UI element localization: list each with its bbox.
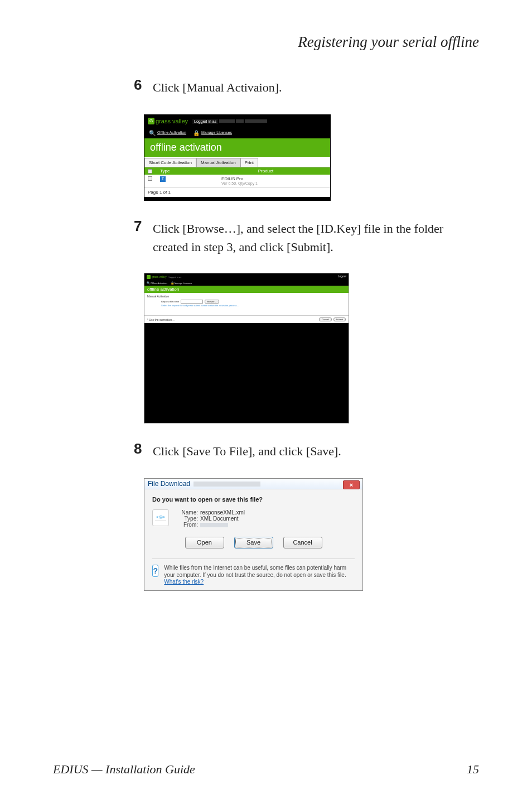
nav-offline-activation[interactable]: 🔍 Offline Activation bbox=[149, 130, 186, 136]
dialog-titlebar: File Download × bbox=[144, 479, 362, 489]
redacted-text bbox=[194, 482, 260, 487]
magnifier-icon: 🔍 bbox=[147, 281, 150, 285]
pagination: Page 1 of 1 bbox=[144, 187, 330, 197]
step-number: 8 bbox=[134, 440, 144, 460]
whats-the-risk-link[interactable]: What's the risk? bbox=[164, 579, 204, 585]
screenshot-offline-activation-list: G grass valley Logged in as 🔍 Offline Ac… bbox=[144, 114, 331, 201]
file-type: XML Document bbox=[200, 516, 239, 522]
tab-print[interactable]: Print bbox=[240, 158, 258, 167]
app-header: G grass valley Logged in as bbox=[144, 115, 330, 127]
app-logo: G grass valley bbox=[148, 118, 188, 124]
form-subtitle: Manual Activation bbox=[147, 295, 346, 298]
cancel-button[interactable]: Cancel bbox=[283, 537, 322, 548]
page-footer: EDIUS — Installation Guide 15 bbox=[53, 762, 479, 777]
redacted-text bbox=[200, 523, 228, 527]
file-meta: Name:responseXML.xml Type:XML Document F… bbox=[175, 509, 245, 528]
cancel-button[interactable]: Cancel bbox=[319, 317, 331, 321]
form-footer: * Use the correction… Cancel Submit bbox=[144, 315, 349, 323]
step-text: Click [Manual Activaion]. bbox=[153, 76, 282, 97]
tab-row: Short Code Activation Manual Activation … bbox=[144, 157, 330, 167]
logged-in-as-label: Logged in as bbox=[192, 119, 218, 124]
close-button[interactable]: × bbox=[343, 480, 360, 489]
file-name: responseXML.xml bbox=[200, 509, 245, 516]
col-checkbox[interactable] bbox=[148, 169, 160, 174]
step-text: Click [Save To File], and click [Save]. bbox=[153, 440, 341, 460]
section-title: Registering your serial offline bbox=[53, 33, 479, 51]
product-name: EDIUS Pro bbox=[221, 176, 327, 181]
screenshot-offline-activation-manual: grass valley Logged in as Logout 🔍 Offli… bbox=[144, 273, 349, 423]
dialog-question: Do you want to open or save this file? bbox=[152, 496, 355, 503]
dialog-warning: ? While files from the Internet can be u… bbox=[152, 559, 355, 586]
step-6: 6 Click [Manual Activaion]. bbox=[134, 76, 479, 97]
nav-manage-label: Manage Licenses bbox=[175, 282, 192, 285]
step-text: Click [Browse…], and select the [ID.Key]… bbox=[153, 218, 479, 256]
redacted-text bbox=[219, 119, 235, 123]
footer-doc-title: EDIUS — Installation Guide bbox=[53, 762, 195, 777]
redacted-text bbox=[245, 119, 267, 123]
logout-link[interactable]: Logout bbox=[338, 275, 346, 278]
row-product: EDIUS Pro Ver 6.50, Qty/Copy 1 bbox=[205, 176, 327, 185]
magnifier-icon: 🔍 bbox=[149, 130, 156, 136]
page-banner: offline activation bbox=[144, 286, 349, 293]
col-type: Type bbox=[160, 169, 205, 174]
row-checkbox[interactable] bbox=[148, 176, 160, 185]
name-label: Name: bbox=[175, 509, 198, 516]
row-type: T bbox=[160, 176, 205, 185]
tab-short-code-activation[interactable]: Short Code Activation bbox=[144, 158, 196, 167]
nav-offline-label: Offline Activation bbox=[157, 131, 186, 135]
col-product: Product bbox=[205, 169, 327, 174]
nav-manage-licenses[interactable]: 🔒 Manage Licenses bbox=[193, 130, 232, 136]
nav-manage-licenses[interactable]: 🔒 Manage Licenses bbox=[171, 281, 192, 285]
screenshot-file-download-dialog: File Download × Do you want to open or s… bbox=[144, 478, 363, 591]
warning-text: While files from the Internet can be use… bbox=[164, 565, 355, 586]
xml-file-icon: <◎> bbox=[152, 509, 169, 526]
lock-icon: 🔒 bbox=[193, 130, 200, 136]
submit-button[interactable]: Submit bbox=[333, 317, 346, 321]
logo-mark-icon: G bbox=[148, 118, 154, 124]
brand-text: grass valley bbox=[156, 118, 188, 124]
request-file-input[interactable] bbox=[181, 300, 203, 304]
bottom-bar bbox=[144, 197, 330, 200]
nav-bar: 🔍 Offline Activation 🔒 Manage Licenses bbox=[144, 280, 349, 286]
redacted-text bbox=[236, 119, 244, 123]
table-header: Type Product bbox=[144, 167, 330, 175]
type-label: Type: bbox=[175, 516, 198, 522]
save-button[interactable]: Save bbox=[234, 537, 273, 548]
browse-button[interactable]: Browse… bbox=[205, 300, 219, 304]
product-detail: Ver 6.50, Qty/Copy 1 bbox=[221, 181, 327, 185]
logo-mark-icon bbox=[147, 275, 151, 279]
brand-text: grass valley bbox=[152, 275, 166, 278]
step-7: 7 Click [Browse…], and select the [ID.Ke… bbox=[134, 218, 479, 256]
step-number: 7 bbox=[134, 218, 144, 256]
nav-bar: 🔍 Offline Activation 🔒 Manage Licenses bbox=[144, 127, 330, 138]
logged-in-as-label: Logged in as bbox=[168, 276, 181, 278]
warning-body: While files from the Internet can be use… bbox=[164, 565, 346, 578]
nav-offline-activation[interactable]: 🔍 Offline Activation bbox=[147, 281, 167, 285]
step-8: 8 Click [Save To File], and click [Save]… bbox=[134, 440, 479, 460]
step-number: 6 bbox=[134, 76, 144, 97]
nav-offline-label: Offline Activation bbox=[151, 282, 167, 285]
request-file-label: Request file name bbox=[161, 300, 179, 303]
open-button[interactable]: Open bbox=[185, 537, 224, 548]
footer-note: * Use the correction… bbox=[147, 318, 175, 321]
dialog-title: File Download bbox=[148, 480, 190, 488]
dialog-buttons: Open Save Cancel bbox=[152, 537, 355, 548]
tab-manual-activation[interactable]: Manual Activation bbox=[196, 158, 240, 167]
app-header: grass valley Logged in as Logout bbox=[144, 273, 349, 280]
page-number: 15 bbox=[467, 762, 479, 777]
hint-text: Select the request file and press submit… bbox=[161, 304, 346, 307]
table-row[interactable]: T EDIUS Pro Ver 6.50, Qty/Copy 1 bbox=[144, 175, 330, 187]
page-banner: offline activation bbox=[144, 138, 330, 157]
lock-icon: 🔒 bbox=[171, 281, 174, 285]
from-label: From: bbox=[175, 522, 198, 528]
nav-manage-label: Manage Licenses bbox=[201, 131, 232, 135]
manual-activation-form: Manual Activation Request file name Brow… bbox=[144, 293, 349, 315]
help-shield-icon: ? bbox=[152, 565, 158, 577]
